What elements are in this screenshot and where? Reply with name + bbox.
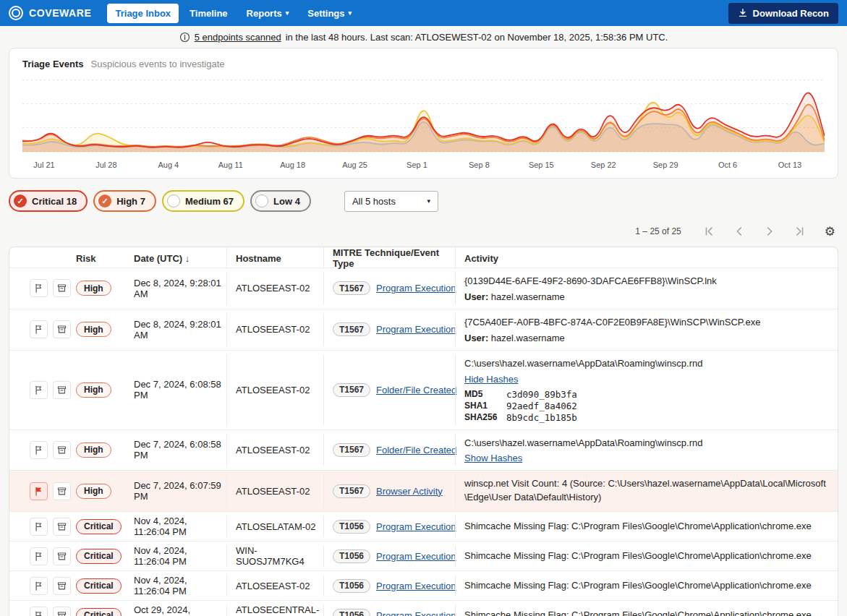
event-type-link[interactable]: Folder/File Created (376, 445, 456, 455)
archive-button[interactable] (53, 547, 71, 565)
risk-badge: Critical (76, 519, 122, 534)
flag-icon (33, 324, 44, 335)
archive-button[interactable] (53, 607, 71, 616)
archive-button[interactable] (53, 441, 71, 459)
table-row[interactable]: CriticalNov 4, 2024, 11:26:04 PMWIN-SUOS… (9, 541, 838, 570)
tab-reports[interactable]: Reports▾ (239, 4, 297, 23)
scan-banner-text: in the last 48 hours. Last scan: ATLOSEW… (286, 32, 668, 43)
table-row[interactable]: HighDec 7, 2024, 6:07:59 PMATLOSEEAST-02… (9, 470, 838, 511)
flag-icon (33, 581, 44, 591)
activity-cell: Shimcache Missing Flag: C:\Program Files… (455, 545, 827, 567)
last-page-button[interactable] (794, 226, 806, 237)
event-type-link[interactable]: Program Execution (376, 610, 456, 616)
archive-icon (56, 385, 67, 395)
prev-page-button[interactable] (733, 226, 745, 237)
table-row[interactable]: HighDec 7, 2024, 6:08:58 PMATLOSEEAST-02… (9, 429, 838, 471)
archive-button[interactable] (53, 577, 71, 595)
mitre-cell: T1567Folder/File Created (323, 434, 451, 467)
tab-timeline[interactable]: Timeline (182, 4, 236, 23)
date-cell: Dec 7, 2024, 6:08:58 PM (134, 439, 222, 461)
user-label: User: (464, 333, 488, 343)
risk-badge: Critical (76, 549, 122, 564)
archive-button[interactable] (53, 518, 71, 536)
filter-chip-label: Critical 18 (32, 196, 77, 207)
flag-button[interactable] (30, 279, 48, 297)
flag-button[interactable] (30, 577, 48, 595)
archive-button[interactable] (53, 482, 71, 500)
svg-text:Aug 18: Aug 18 (280, 160, 305, 168)
archive-button[interactable] (53, 320, 71, 338)
event-type-link[interactable]: Program Execution (376, 324, 456, 335)
date-cell: Oct 29, 2024, 12:30:26 AM (134, 604, 222, 616)
risk-cell: High (76, 484, 129, 499)
archive-icon (56, 581, 67, 591)
flag-button[interactable] (30, 547, 48, 565)
flag-button[interactable] (30, 381, 48, 399)
filter-chip-critical[interactable]: ✓Critical 18 (9, 190, 88, 212)
hash-key: MD5 (464, 389, 506, 400)
filter-chip-high[interactable]: ✓High 7 (93, 190, 156, 212)
mitre-cell: T1056Program Execution (323, 516, 451, 537)
date-cell: Nov 4, 2024, 11:26:04 PM (134, 575, 222, 596)
date-cell: Dec 8, 2024, 9:28:01 AM (134, 319, 222, 341)
hashes-toggle-link[interactable]: Show Hashes (464, 453, 522, 463)
filter-chip-label: High 7 (116, 196, 145, 207)
table-row[interactable]: HighDec 7, 2024, 6:08:58 PMATLOSEEAST-02… (9, 350, 838, 429)
table-settings-gear-icon[interactable]: ⚙ (825, 226, 835, 238)
download-recon-button[interactable]: Download Recon (728, 3, 838, 24)
flag-button[interactable] (30, 482, 48, 500)
top-nav: COVEWARE Triage Inbox Timeline Reports▾ … (0, 0, 847, 26)
hash-value: 8b9cdc_1b185b (506, 412, 577, 423)
svg-text:Aug 11: Aug 11 (218, 160, 243, 168)
risk-cell: Critical (76, 578, 129, 594)
nav-tabs: Triage Inbox Timeline Reports▾ Settings▾ (107, 4, 359, 23)
event-type-link[interactable]: Program Execution (376, 283, 456, 294)
event-type-link[interactable]: Folder/File Created (376, 385, 456, 395)
event-type-link[interactable]: Browser Activity (376, 486, 443, 497)
hashes-toggle-link[interactable]: Hide Hashes (464, 374, 518, 385)
event-type-link[interactable]: Program Execution (376, 551, 456, 562)
chart-subtitle: Suspicious events to investigate (91, 59, 225, 69)
tab-settings[interactable]: Settings▾ (299, 4, 359, 23)
archive-button[interactable] (53, 279, 71, 297)
info-icon (179, 32, 190, 43)
risk-cell: Critical (76, 549, 129, 564)
svg-text:Sep 1: Sep 1 (407, 160, 427, 168)
technique-id-chip: T1567 (333, 484, 370, 498)
next-page-button[interactable] (764, 226, 775, 237)
table-row[interactable]: CriticalOct 29, 2024, 12:30:26 AMATLOSEC… (9, 600, 838, 616)
tab-triage-inbox[interactable]: Triage Inbox (107, 4, 179, 23)
svg-text:Jul 28: Jul 28 (95, 160, 116, 168)
technique-id-chip: T1056 (333, 579, 370, 593)
table-row[interactable]: CriticalNov 4, 2024, 11:26:04 PMATLOSELA… (9, 511, 838, 541)
svg-text:Aug 4: Aug 4 (158, 160, 179, 168)
filter-chip-low[interactable]: Low 4 (250, 190, 311, 212)
hostname-cell: ATLOSEEAST-02 (226, 354, 319, 426)
event-type-link[interactable]: Program Execution (376, 521, 456, 532)
table-row[interactable]: HighDec 8, 2024, 9:28:01 AMATLOSEEAST-02… (9, 309, 838, 350)
table-row[interactable]: CriticalNov 4, 2024, 11:26:04 PMATLOSEEA… (9, 570, 838, 600)
host-filter-select[interactable]: All 5 hosts ▾ (344, 191, 438, 212)
table-row[interactable]: HighDec 8, 2024, 9:28:01 AMATLOSEEAST-02… (9, 268, 838, 309)
user-label: User: (464, 291, 488, 302)
pagination: 1 – 25 of 25 ⚙ (12, 222, 835, 241)
triage-events-chart: Jul 21Jul 28Aug 4Aug 11Aug 18Aug 25Sep 1… (22, 72, 825, 174)
first-page-button[interactable] (703, 226, 715, 237)
activity-cell: Shimcache Missing Flag: C:\Program Files… (455, 604, 827, 616)
flag-button[interactable] (30, 607, 48, 616)
flag-button[interactable] (30, 518, 48, 536)
flag-icon (33, 385, 44, 395)
archive-icon (56, 445, 67, 455)
flag-button[interactable] (30, 320, 48, 338)
date-cell: Dec 7, 2024, 6:07:59 PM (134, 480, 222, 502)
triage-events-card: Triage Events Suspicious events to inves… (9, 48, 838, 179)
hostname-cell: ATLOSECENTRAL-0 (226, 604, 319, 616)
column-header-mitre: MITRE Technique/Event Type (323, 247, 451, 269)
archive-button[interactable] (53, 381, 71, 399)
column-header-date[interactable]: Date (UTC) ↓ (134, 253, 222, 264)
event-type-link[interactable]: Program Execution (376, 581, 456, 591)
endpoints-scanned-link[interactable]: 5 endpoints scanned (195, 32, 281, 43)
chevron-down-icon: ▾ (427, 198, 430, 205)
filter-chip-medium[interactable]: Medium 67 (162, 190, 244, 212)
flag-button[interactable] (30, 441, 48, 459)
